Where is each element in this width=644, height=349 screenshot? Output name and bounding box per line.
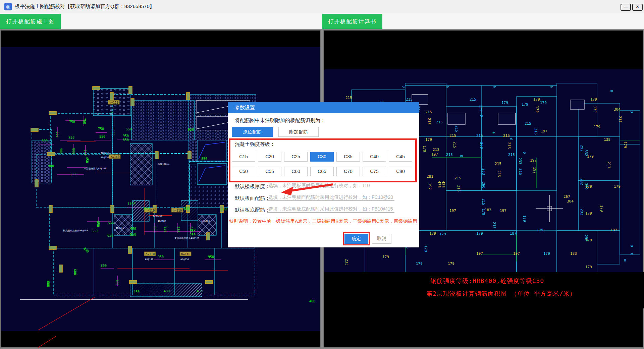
open-plan-drawing-button[interactable]: 打开板配筋施工图 [0,14,61,29]
close-button[interactable]: ✕ [632,4,643,11]
grade-button-C45[interactable]: C45 [389,152,412,162]
grade-button-C30[interactable]: C30 [310,152,334,162]
concrete-grade-label: 混凝土强度等级： [235,141,275,148]
cad-label: 0 [492,85,496,88]
cad-label: 233 [518,158,522,164]
cad-label: 0 [401,85,406,88]
field-label-0: 默认楼板厚度： [235,183,270,190]
cad-label: 215 [457,185,461,192]
window-title: 板平法施工图配筋校对【获取帮助请加官方Q群：832658570】 [15,3,155,10]
diagram-title-text: 第2层现浇板计算钢筋面积图 （单位 平方毫米/米） [426,285,644,298]
cad-label: 304 [614,107,621,112]
cad-label: 292 [584,235,588,241]
cad-label: Φ8@180 [201,220,210,223]
field-input-0[interactable] [267,182,394,189]
cad-label: 215 [518,168,523,175]
cad-label: 950 [176,226,180,232]
cad-label: 215 [425,110,432,114]
cad-label: 215 [454,176,461,180]
open-calc-book-button[interactable]: 打开板配筋计算书 [322,14,382,29]
cad-label: 850 [123,138,129,142]
grade-button-C35[interactable]: C35 [336,152,360,162]
cad-label: 650 [108,221,114,224]
cad-label: 550 [110,107,114,113]
thickness-tag: h=110 [146,252,155,256]
grade-button-C25[interactable]: C25 [284,152,308,162]
cad-label: 179 [382,255,389,259]
cad-label: 197 [428,183,432,190]
cad-label: Φ8@150 [180,258,189,261]
cad-label: 215 [495,162,501,166]
cad-label: 179 [481,209,486,215]
grade-button-C65[interactable]: C65 [310,167,334,176]
grade-button-C75[interactable]: C75 [363,167,386,176]
cad-label: 8 [630,253,634,255]
cad-label: 179 [476,231,483,236]
grade-button-C60[interactable]: C60 [284,167,308,176]
cad-label: 950 [123,134,129,138]
cad-label: 292 [580,145,584,152]
cad-label: 179 [533,97,540,102]
field-input-2[interactable] [267,206,394,213]
rebar-grade-text: 钢筋强度等级:HRB400,砼强度等级C30 [430,272,644,285]
field-row-2: 默认板底配筋： [235,207,416,217]
minimize-button[interactable]: — [621,4,631,11]
cad-label: 650 [107,234,113,237]
dialog-title[interactable]: 参数设置 [228,102,419,113]
cad-label: 179 [623,141,627,148]
cad-label: 197 [500,209,506,213]
grade-button-C40[interactable]: C40 [363,152,386,162]
toolbar: 打开板配筋施工图 打开板配筋计算书 [0,13,644,29]
cad-label: 179 [585,265,592,269]
cad-label: 292 [580,178,584,185]
cad-label: 179 [594,125,600,129]
cad-label: 215 [427,118,431,125]
cad-label: 800 [42,139,48,143]
cad-label: 800 [72,148,75,154]
cad-label: 197 [449,209,456,213]
app-window: { "window": { "title": "板平法施工图配筋校对【获取帮助请… [0,0,644,349]
cad-label: 215 [481,198,486,205]
cad-label: 197 [513,251,520,256]
grade-button-C15[interactable]: C15 [232,152,255,162]
thickness-tag: h=110 [173,209,182,212]
cad-label: 179 [585,211,592,216]
cad-label: 950 [190,228,196,231]
grade-button-C55[interactable]: C55 [258,167,281,176]
cad-label: 950 [208,255,214,259]
cad-label: 215 [454,125,459,132]
cad-label: 183 [570,251,577,256]
ok-button[interactable]: 确定 [344,234,368,244]
grade-button-C50[interactable]: C50 [232,167,255,176]
cad-label: 179 [448,261,454,266]
cad-label: 950 [158,255,164,259]
cad-label: 450 [85,157,89,163]
cancel-button[interactable]: 取消 [372,234,391,244]
cad-label: 197 [476,251,483,256]
option-in-situ-rebar[interactable]: 原位配筋 [232,127,273,137]
cad-label: 304 [567,199,574,203]
cad-label: 750 [69,120,75,124]
cad-label: Φ8@150 [116,227,124,229]
cad-label: 215 [497,170,501,177]
cad-label: 1100 [127,202,136,206]
cad-label: 未注明底筋为Φ8@200 [84,167,106,170]
cad-label: 0 [479,115,484,117]
cad-label: 0 [491,131,495,134]
grade-button-C70[interactable]: C70 [336,167,360,176]
cad-label: 650 [96,221,100,227]
cad-label: 950 [164,226,167,232]
cad-label: 750 [68,136,74,139]
grade-button-C80[interactable]: C80 [389,167,412,176]
grade-button-C20[interactable]: C20 [258,152,281,162]
cad-label: 179 [422,146,427,152]
footer-divider [228,229,419,229]
cad-label: 267 [564,194,570,199]
cad-label: 292 [580,209,584,215]
cad-label: 179 [543,251,550,256]
field-input-1[interactable] [267,194,394,201]
cad-label: 179 [429,231,436,236]
cad-label: 550 [126,127,132,131]
cad-label: 215 [449,133,456,138]
option-additional-rebar[interactable]: 附加配筋 [278,127,319,137]
